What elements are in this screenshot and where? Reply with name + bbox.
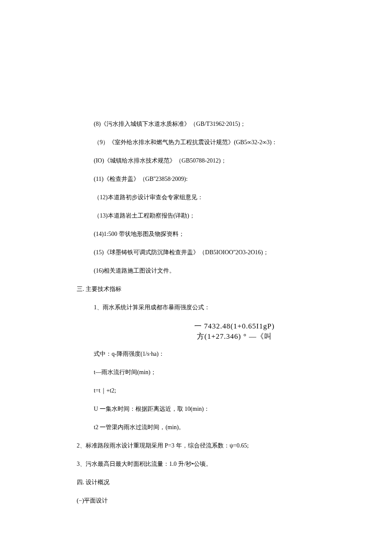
reference-item-15: (15)《球墨铸铁可调式防沉降检查井盖》（DB5IOIOO''2O3-2O16)… <box>94 248 315 257</box>
document-page: (8)《污水排入城镇下水道水质标准》（GB/T31962·2015)； （9）《… <box>0 0 392 555</box>
section-3-heading: 三. 主要技术指标 <box>77 285 315 293</box>
sec3-item-2: 2、标准路段雨水设计重现期采用 P=3 年，综合径流系数：ψ=0.65; <box>77 441 315 450</box>
reference-item-14: (14)1:500 带状地形图及物探资料； <box>94 230 315 238</box>
reference-item-9: （9）《室外给水排水和燃气热力工程抗震设计规范》(GB5∞32-2∞3)： <box>94 138 315 147</box>
reference-item-16: (16)相关道路施工图设计文件。 <box>94 266 315 275</box>
reference-item-8: (8)《污水排入城镇下水道水质标准》（GB/T31962·2015)； <box>94 119 315 128</box>
reference-item-11: (11)《检查井盖》（GB''23858·2009): <box>94 174 315 183</box>
formula-explain-u: U 一集水时间：根据距离远近，取 10(min)： <box>94 404 315 413</box>
sec3-item-1: 1、雨水系统计算采用成都市暴雨强度公式： <box>94 303 315 312</box>
reference-item-10: (IO)《城镇给水排水技术规范》（GB50788-2012)； <box>94 156 315 165</box>
formula-explain-q: 式中：q-降雨强度(1/s·ha)： <box>94 349 315 358</box>
rainfall-intensity-formula: 一 7432.48(1+0.65I1gP) 方(1+27.346) ° —《叫 <box>153 321 315 342</box>
reference-item-13: （13)本道路岩土工程勘察报告(详勘)； <box>94 211 315 220</box>
formula-explain-t: t—雨水流行时间(min)； <box>94 368 315 377</box>
sec4-sub-1: (−)平面设计 <box>77 496 315 505</box>
formula-line-2: 方(1+27.346) ° —《叫 <box>153 331 315 342</box>
reference-item-12: （12)本道路初步设计审查会专家组意见： <box>94 193 315 202</box>
formula-line-1: 一 7432.48(1+0.65I1gP) <box>153 321 315 331</box>
sec3-item-3: 3、污水最高日最大时面积比流量：1.0 升/秒•公顷。 <box>77 459 315 468</box>
formula-explain-tt: t=t｜+t2; <box>94 386 315 395</box>
formula-explain-t2: t2 一管渠内雨水过流时间，(min)。 <box>94 423 315 432</box>
section-4-heading: 四. 设计概况 <box>77 478 315 487</box>
